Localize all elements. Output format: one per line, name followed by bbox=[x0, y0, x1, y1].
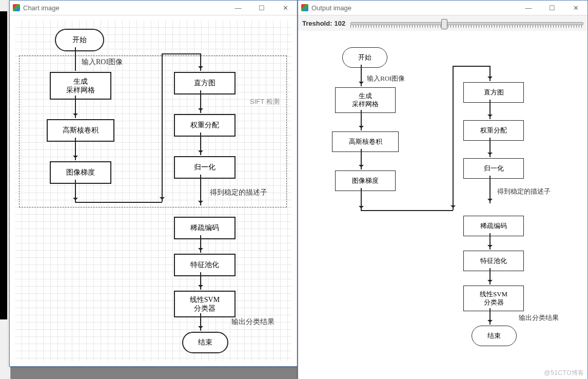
edge-descriptor: 得到稳定的描述子 bbox=[497, 187, 551, 196]
arrow-seg-h2 bbox=[162, 53, 200, 54]
arrow bbox=[489, 176, 491, 203]
arrow bbox=[200, 313, 201, 331]
arrow-seg-h bbox=[75, 202, 162, 203]
arrow bbox=[200, 132, 201, 155]
arrow bbox=[200, 272, 201, 290]
arrow-seg-v bbox=[162, 53, 163, 202]
maximize-button[interactable]: ☐ bbox=[540, 1, 564, 15]
arrow bbox=[200, 175, 201, 205]
arrow bbox=[489, 138, 491, 157]
node-end: 结束 bbox=[182, 332, 228, 353]
node-weight: 权重分配 bbox=[174, 114, 236, 137]
arrow bbox=[200, 53, 201, 71]
arrow bbox=[489, 308, 491, 325]
arrow bbox=[489, 66, 491, 81]
node-gen-grid: 生成 采样网格 bbox=[335, 87, 396, 113]
arrow bbox=[361, 110, 362, 130]
watermark: @51CTO博客 bbox=[544, 369, 584, 377]
node-pool: 特征池化 bbox=[463, 251, 524, 271]
background-black-strip bbox=[0, 11, 7, 319]
edge-descriptor: 得到稳定的描述子 bbox=[210, 188, 267, 197]
arrow-seg: .arrow-noh::after{display:none} bbox=[75, 180, 76, 202]
threshold-toolbar: Treshold: 102 bbox=[298, 15, 587, 31]
node-gauss: 高斯核卷积 bbox=[332, 131, 399, 152]
node-hist: 直方图 bbox=[174, 72, 236, 94]
opencv-icon bbox=[13, 4, 20, 11]
node-weight: 权重分配 bbox=[463, 120, 524, 141]
node-svm: 线性SVM 分类器 bbox=[174, 291, 236, 317]
threshold-slider[interactable] bbox=[350, 18, 583, 28]
node-end: 结束 bbox=[472, 326, 517, 346]
close-button[interactable]: ✕ bbox=[273, 1, 297, 15]
arrow-seg bbox=[453, 66, 454, 210]
threshold-value: 102 bbox=[335, 20, 346, 27]
chart-canvas: SIFT 检测 开始 输入ROI图像 生成 采样网格 高斯核卷积 图像梯度 .a… bbox=[10, 15, 297, 366]
node-start: 开始 bbox=[55, 29, 104, 51]
edge-input-roi: 输入ROI图像 bbox=[367, 74, 405, 83]
window-title: Chart image bbox=[23, 4, 226, 12]
output-client: Treshold: 102 .out-body .box{border-widt… bbox=[298, 15, 587, 379]
output-image-window: Output image — ☐ ✕ Treshold: 102 . bbox=[298, 0, 588, 379]
chart-image-window: Chart image — ☐ ✕ SIFT 检测 开始 输入ROI图像 生成 … bbox=[9, 0, 298, 367]
node-norm: 归一化 bbox=[463, 158, 524, 179]
slider-ticks bbox=[350, 25, 583, 28]
threshold-label: Treshold: bbox=[302, 20, 332, 27]
arrow bbox=[75, 138, 76, 160]
node-norm: 归一化 bbox=[174, 156, 236, 179]
arrow bbox=[361, 149, 362, 169]
close-button[interactable]: ✕ bbox=[564, 1, 587, 15]
node-hist: 直方图 bbox=[463, 82, 524, 103]
output-canvas: .out-body .box{border-width:1.5px;font-s… bbox=[298, 31, 587, 379]
sift-group-label: SIFT 检测 bbox=[250, 98, 280, 106]
node-sparse: 稀疏编码 bbox=[174, 217, 236, 239]
window-title: Output image bbox=[311, 4, 517, 12]
node-pool: 特征池化 bbox=[174, 254, 236, 276]
titlebar-chart[interactable]: Chart image — ☐ ✕ bbox=[10, 1, 297, 15]
minimize-button[interactable]: — bbox=[517, 1, 540, 15]
arrow-seg bbox=[453, 66, 489, 67]
node-gen-grid: 生成 采样网格 bbox=[50, 72, 111, 100]
arrow bbox=[361, 65, 362, 86]
node-start: 开始 bbox=[342, 47, 387, 68]
node-svm: 线性SVM 分类器 bbox=[463, 286, 524, 311]
arrow-seg bbox=[361, 210, 453, 211]
arrow bbox=[489, 268, 491, 285]
edge-output: 输出分类结果 bbox=[519, 313, 559, 323]
edge-input-roi: 输入ROI图像 bbox=[82, 58, 123, 67]
arrow bbox=[200, 235, 201, 253]
minimize-button[interactable]: — bbox=[226, 1, 250, 15]
node-grad: 图像梯度 bbox=[335, 170, 396, 191]
node-gauss: 高斯核卷积 bbox=[47, 119, 114, 142]
arrow bbox=[75, 96, 76, 118]
maximize-button[interactable]: ☐ bbox=[250, 1, 273, 15]
edge-output: 输出分类结果 bbox=[231, 317, 275, 327]
arrow bbox=[200, 90, 201, 113]
node-grad: 图像梯度 bbox=[50, 161, 111, 184]
slider-thumb[interactable] bbox=[441, 19, 447, 29]
arrow bbox=[489, 233, 491, 250]
opencv-icon bbox=[301, 4, 308, 11]
arrow-seg bbox=[361, 188, 362, 211]
arrow bbox=[75, 47, 76, 71]
titlebar-output[interactable]: Output image — ☐ ✕ bbox=[298, 1, 587, 15]
arrow bbox=[489, 100, 491, 119]
node-sparse: 稀疏编码 bbox=[463, 216, 524, 236]
